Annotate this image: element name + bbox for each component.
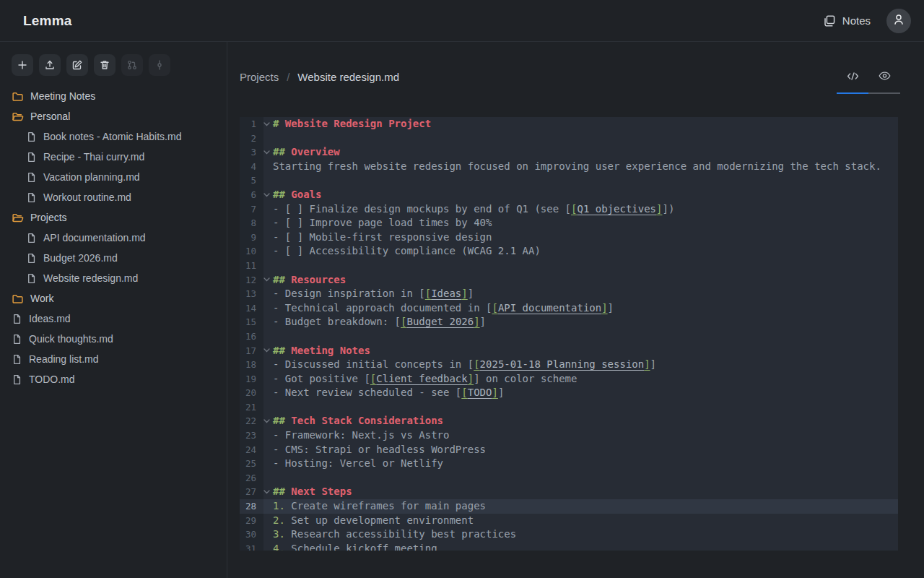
editor-line-15[interactable]: 15- Budget breakdown: [[Budget 2026]] [240,315,898,329]
main-panel: Projects / Website redesign.md [227,42,924,578]
tree-file-ideas-md[interactable]: Ideas.md [0,309,227,329]
tree-file-budget-2026-md[interactable]: Budget 2026.md [0,248,227,268]
line-number: 20 [240,386,263,400]
git-pr-icon [126,59,138,71]
tree-item-label: Recipe - Thai curry.md [43,151,144,163]
tree-folder-projects[interactable]: Projects [0,207,227,228]
tree-file-recipe-thai-curry-md[interactable]: Recipe - Thai curry.md [0,147,227,167]
editor-line-5[interactable]: 5 [240,173,898,188]
tree-item-label: Reading list.md [29,353,99,365]
upload-button[interactable] [39,54,61,76]
editor-line-16[interactable]: 16 [240,329,898,344]
editor-line-29[interactable]: 292. Set up development environment [240,514,898,528]
code-text: - Budget breakdown: [[Budget 2026]] [273,315,898,329]
editor-line-24[interactable]: 24- CMS: Strapi or headless WordPress [240,443,898,457]
fold-chevron-icon[interactable] [263,414,273,428]
editor-line-23[interactable]: 23- Framework: Next.js vs Astro [240,428,898,443]
editor-line-7[interactable]: 7- [ ] Finalize design mockups by end of… [240,202,898,217]
editor-line-9[interactable]: 9- [ ] Mobile-first responsive design [240,230,898,245]
line-number: 1 [240,117,263,131]
tree-file-todo-md[interactable]: TODO.md [0,369,227,389]
line-number: 18 [240,358,263,372]
user-avatar[interactable] [886,9,911,33]
fold-chevron-icon[interactable] [263,117,273,131]
editor-line-17[interactable]: 17## Meeting Notes [240,344,898,358]
fold-gutter-spacer [263,542,273,551]
tree-item-label: Budget 2026.md [43,252,118,264]
editor-line-25[interactable]: 25- Hosting: Vercel or Netlify [240,457,898,471]
fold-chevron-icon[interactable] [263,344,273,358]
file-icon [26,131,37,142]
editor-line-31[interactable]: 314. Schedule kickoff meeting [240,542,898,551]
editor-line-10[interactable]: 10- [ ] Accessibility compliance (WCAG 2… [240,244,898,259]
tree-file-reading-list-md[interactable]: Reading list.md [0,349,227,369]
editor-line-1[interactable]: 1# Website Redesign Project [240,117,898,131]
editor-line-22[interactable]: 22## Tech Stack Considerations [240,414,898,428]
line-number: 16 [240,329,263,344]
editor-line-18[interactable]: 18- Discussed initial concepts in [[2025… [240,358,898,372]
fold-chevron-icon[interactable] [263,273,273,288]
tree-file-quick-thoughts-md[interactable]: Quick thoughts.md [0,329,227,349]
editor-line-28[interactable]: 281. Create wireframes for main pages [240,499,898,514]
code-text: - CMS: Strapi or headless WordPress [273,443,898,457]
tab-preview-view[interactable] [868,68,900,87]
editor-line-13[interactable]: 13- Design inspiration in [[Ideas]] [240,287,898,301]
tree-item-label: Ideas.md [29,313,71,324]
tree-file-vacation-planning-md[interactable]: Vacation planning.md [0,167,227,187]
editor-line-30[interactable]: 303. Research accessibility best practic… [240,527,898,542]
editor-line-14[interactable]: 14- Technical approach documented in [[A… [240,301,898,316]
line-number: 26 [240,471,263,486]
code-text: Starting fresh website redesign focused … [273,160,898,174]
file-icon [12,314,22,324]
editor-line-3[interactable]: 3## Overview [240,145,898,160]
editor-line-19[interactable]: 19- Got positive [[Client feedback]] on … [240,372,898,387]
line-number: 29 [240,514,263,528]
delete-note-button[interactable] [94,54,116,76]
fold-gutter-spacer [263,287,273,301]
topbar: Lemma Notes [0,0,924,42]
fold-chevron-icon[interactable] [263,485,273,499]
code-text: # Website Redesign Project [273,117,898,131]
tree-file-website-redesign-md[interactable]: Website redesign.md [0,268,227,288]
editor-line-4[interactable]: 4Starting fresh website redesign focused… [240,160,898,174]
editor-line-2[interactable]: 2 [240,131,898,146]
editor-line-8[interactable]: 8- [ ] Improve page load times by 40% [240,216,898,230]
notes-label: Notes [842,14,871,27]
code-text: 1. Create wireframes for main pages [273,499,898,514]
tree-folder-work[interactable]: Work [0,288,227,309]
edit-note-button[interactable] [66,54,88,76]
user-avatar-icon [892,12,906,30]
trash-icon [99,59,110,71]
file-icon [26,253,37,264]
fold-gutter-spacer [263,131,273,146]
breadcrumb-folder[interactable]: Projects [240,71,279,83]
line-number: 4 [240,160,263,174]
file-icon [26,172,37,183]
editor-line-6[interactable]: 6## Goals [240,188,898,202]
tree-file-api-documentation-md[interactable]: API documentation.md [0,228,227,248]
fold-gutter-spacer [263,329,273,344]
editor-line-20[interactable]: 20- Next review scheduled - see [[TODO]] [240,386,898,400]
editor-line-26[interactable]: 26 [240,471,898,486]
new-note-button[interactable] [12,54,33,76]
markdown-editor[interactable]: 1# Website Redesign Project23## Overview… [240,117,898,551]
sidebar-toolbar [0,54,227,76]
fold-chevron-icon[interactable] [263,145,273,160]
notes-button[interactable]: Notes [823,14,871,27]
line-number: 3 [240,145,263,160]
editor-line-27[interactable]: 27## Next Steps [240,485,898,499]
tree-file-workout-routine-md[interactable]: Workout routine.md [0,187,227,207]
editor-line-11[interactable]: 11 [240,259,898,273]
line-number: 10 [240,244,263,259]
line-number: 7 [240,202,263,217]
editor-line-21[interactable]: 21 [240,400,898,415]
fold-gutter-spacer [263,259,273,273]
tree-folder-meeting-notes[interactable]: Meeting Notes [0,86,227,106]
tree-folder-personal[interactable]: Personal [0,106,227,126]
tree-file-book-notes-atomic-habits-md[interactable]: Book notes - Atomic Habits.md [0,126,227,147]
fold-chevron-icon[interactable] [263,188,273,202]
editor-line-12[interactable]: 12## Resources [240,273,898,288]
tab-code-view[interactable] [837,68,868,87]
fold-gutter-spacer [263,471,273,486]
code-text: - [ ] Accessibility compliance (WCAG 2.1… [273,244,898,259]
